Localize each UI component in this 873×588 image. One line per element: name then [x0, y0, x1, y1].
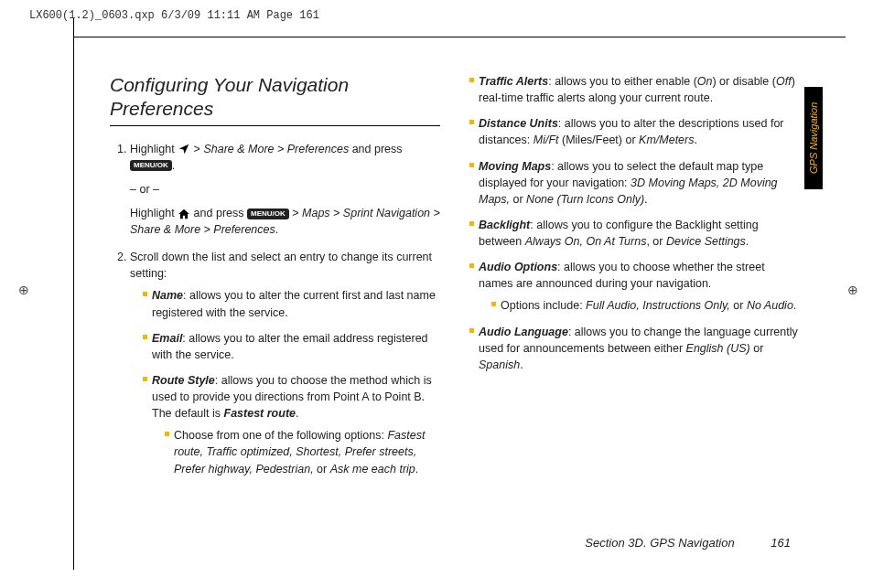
gt-1: >	[194, 143, 204, 155]
back-title: Backlight	[479, 219, 530, 231]
lang-d: Spanish	[479, 358, 520, 371]
crop-mark-left: ⊕	[18, 283, 29, 296]
route-opt-c: or	[314, 463, 330, 476]
step-1-alt-b: and press	[194, 207, 247, 219]
audio-sub-e: .	[793, 299, 796, 312]
dist-b: Mi/Ft	[534, 134, 559, 146]
map-title: Moving Maps	[479, 160, 551, 173]
setting-route-default: Fastest route	[224, 407, 296, 420]
setting-audio-options: Audio Options: allows you to choose whet…	[469, 259, 800, 314]
lang-e: .	[520, 358, 523, 371]
traffic-off: Off	[776, 75, 792, 88]
side-tab-gps-navigation: GPS Navigation	[804, 87, 823, 189]
route-opt-d: Ask me each trip	[330, 463, 415, 476]
page-title: Configuring Your Navigation Preferences	[110, 73, 440, 122]
traffic-on: On	[697, 75, 713, 88]
route-opt-a: Choose from one of the following options…	[174, 429, 387, 442]
route-opt-e: .	[415, 463, 418, 476]
menu-ok-key-icon: MENU/OK	[130, 160, 172, 171]
home-icon	[178, 208, 190, 220]
setting-email: Email: allows you to alter the email add…	[143, 330, 440, 363]
map-e: .	[644, 193, 647, 206]
setting-backlight: Backlight: allows you to configure the B…	[469, 217, 800, 250]
back-d: Device Settings	[666, 235, 746, 248]
left-crop-rule	[73, 18, 74, 570]
traffic-a: : allows you to either enable (	[548, 75, 697, 88]
step-1-alt-dot: .	[275, 223, 278, 236]
footer-section: Section 3D. GPS Navigation	[585, 536, 734, 550]
title-line-2: Preferences	[110, 98, 213, 119]
page-footer: Section 3D. GPS Navigation 161	[585, 536, 791, 550]
setting-moving-maps: Moving Maps: allows you to select the de…	[469, 158, 800, 208]
traffic-title: Traffic Alerts	[479, 75, 548, 88]
dist-title: Distance Units	[479, 117, 558, 130]
audio-sub-c: or	[730, 299, 747, 312]
dist-d: Km/Meters	[639, 134, 694, 146]
title-underline	[110, 125, 440, 126]
back-c: , or	[646, 235, 666, 248]
audio-sub-a: Options include:	[501, 299, 586, 312]
gt-2: >	[292, 207, 302, 219]
page-content: Configuring Your Navigation Preferences …	[110, 73, 800, 551]
crop-mark-right: ⊕	[847, 283, 858, 296]
map-c: or	[510, 193, 526, 206]
dist-e: .	[695, 134, 697, 146]
nav-arrow-icon	[178, 143, 190, 155]
top-crop-rule	[73, 37, 846, 37]
map-d: None (Turn Icons Only)	[526, 193, 644, 206]
settings-list-right: Traffic Alerts: allows you to either ena…	[469, 73, 800, 373]
audio-options-sub: Options include: Full Audio, Instruction…	[479, 297, 800, 314]
step-2-intro: Scroll down the list and select an entry…	[130, 251, 432, 280]
audio-title: Audio Options	[479, 261, 557, 273]
route-options-sub: Choose from one of the following options…	[152, 427, 440, 476]
lang-c: or	[750, 342, 764, 355]
step-1-alt-a: Highlight	[130, 207, 178, 219]
setting-name: Name: allows you to alter the current fi…	[143, 287, 440, 320]
step-1-dot: .	[172, 159, 175, 172]
setting-audio-language: Audio Language: allows you to change the…	[469, 324, 800, 373]
setting-email-title: Email	[152, 332, 182, 345]
setting-email-desc: : allows you to alter the email address …	[152, 332, 428, 361]
audio-options-item: Options include: Full Audio, Instruction…	[491, 297, 800, 314]
setting-route-dot: .	[296, 407, 298, 420]
right-column: Traffic Alerts: allows you to either ena…	[469, 73, 800, 551]
route-options-item: Choose from one of the following options…	[165, 427, 440, 476]
dist-c: (Miles/Feet) or	[559, 134, 640, 146]
setting-route-title: Route Style	[152, 374, 215, 387]
audio-sub-b: Full Audio, Instructions Only,	[586, 299, 730, 312]
audio-sub-d: No Audio	[747, 299, 793, 312]
setting-name-title: Name	[152, 289, 183, 302]
setting-traffic-alerts: Traffic Alerts: allows you to either ena…	[469, 73, 800, 106]
settings-list-left: Name: allows you to alter the current fi…	[130, 287, 440, 476]
steps-list: Highlight > Share & More > Preferences a…	[110, 141, 440, 477]
step-1: Highlight > Share & More > Preferences a…	[130, 141, 440, 239]
setting-route-style: Route Style: allows you to choose the me…	[143, 372, 440, 477]
step-1-path: Share & More > Preferences	[203, 143, 349, 155]
traffic-b: ) or disable (	[712, 75, 775, 88]
step-2: Scroll down the list and select an entry…	[130, 249, 440, 477]
back-e: .	[746, 235, 749, 248]
menu-ok-key-icon-2: MENU/OK	[247, 208, 289, 219]
back-b: Always On, On At Turns	[525, 235, 647, 248]
left-column: Configuring Your Navigation Preferences …	[110, 73, 440, 551]
title-line-1: Configuring Your Navigation	[110, 74, 349, 95]
page-number: 161	[771, 536, 791, 550]
step-1-text-a: Highlight	[130, 143, 178, 155]
or-separator: – or –	[130, 181, 440, 198]
lang-b: English (US)	[686, 342, 750, 355]
lang-title: Audio Language	[479, 326, 568, 338]
step-1-text-c: and press	[352, 143, 403, 155]
setting-name-desc: : allows you to alter the current first …	[152, 289, 436, 318]
setting-distance-units: Distance Units: allows you to alter the …	[469, 115, 800, 148]
